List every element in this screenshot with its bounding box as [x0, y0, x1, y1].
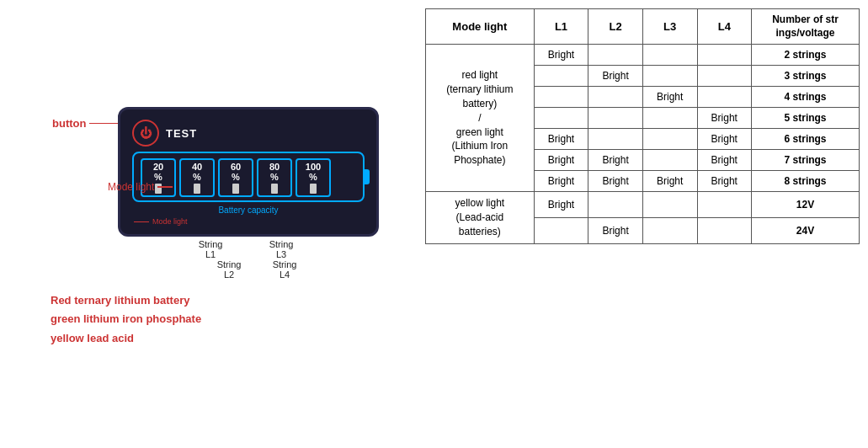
- mode-cell: red light(ternary lithiumbattery)/green …: [426, 45, 535, 192]
- button-text: button: [52, 117, 86, 130]
- cell-l1: [534, 66, 588, 87]
- cell-l3: [642, 45, 697, 66]
- cell-l3: Bright: [642, 171, 697, 192]
- mode-cell: yellow light(Lead-acidbatteries): [426, 192, 535, 243]
- desc-line3: yellow lead acid: [51, 331, 370, 346]
- cell-l2: [588, 108, 643, 129]
- battery-capacity-label: Battery capacity: [132, 205, 365, 215]
- cell-l4: Bright: [697, 171, 752, 192]
- cell-l1: Bright: [534, 150, 588, 171]
- cell-l3: [642, 217, 697, 243]
- cell-60-indicator: [223, 184, 248, 194]
- mode-light-inside-label: Mode light: [132, 217, 365, 226]
- cell-l1: [534, 87, 588, 108]
- header-l2: L2: [588, 9, 643, 45]
- cell-l4: [697, 217, 752, 243]
- strings-cell: 6 strings: [752, 129, 860, 150]
- table-row: red light(ternary lithiumbattery)/green …: [426, 45, 860, 66]
- header-strings-label: Number of strings/voltage: [772, 13, 839, 39]
- strings-cell: 7 strings: [752, 150, 860, 171]
- cell-l1: Bright: [534, 129, 588, 150]
- cell-l1: Bright: [534, 45, 588, 66]
- cell-l3: [642, 108, 697, 129]
- diagram-wrapper: button ⏻ TEST 20% 40%: [51, 99, 370, 349]
- strings-cell: 3 strings: [752, 66, 860, 87]
- string-l3-label: String L3: [263, 239, 300, 259]
- battery-cell-100: 100%: [296, 158, 331, 197]
- cell-l3: [642, 150, 697, 171]
- header-mode: Mode light: [426, 9, 535, 45]
- header-l3: L3: [642, 9, 697, 45]
- cell-l1: [534, 108, 588, 129]
- header-l4: L4: [697, 9, 752, 45]
- desc-line1: Red ternary lithium battery: [51, 293, 370, 308]
- cell-l1: [534, 217, 588, 243]
- strings-cell: 24V: [752, 217, 860, 243]
- string-labels-row1: String L1 String L3: [192, 239, 370, 259]
- table-header-row: Mode light L1 L2 L3 L4 Number of strings…: [426, 9, 860, 45]
- mode-light-arrow: Mode light: [108, 181, 173, 193]
- cell-80-indicator: [262, 184, 287, 194]
- cell-l4: Bright: [697, 150, 752, 171]
- cell-l3: [642, 66, 697, 87]
- cell-l1: Bright: [534, 171, 588, 192]
- table-body: red light(ternary lithiumbattery)/green …: [426, 45, 860, 243]
- cell-l3: [642, 129, 697, 150]
- string-l2-label: String L2: [210, 259, 248, 280]
- cell-l1: Bright: [534, 192, 588, 218]
- cell-l2: [588, 45, 643, 66]
- cell-l2: Bright: [588, 217, 643, 243]
- right-panel: Mode light L1 L2 L3 L4 Number of strings…: [421, 0, 868, 448]
- strings-cell: 2 strings: [752, 45, 860, 66]
- cell-100-indicator: [301, 184, 326, 194]
- header-l4-label: L4: [718, 20, 731, 33]
- string-l1-label: String L1: [192, 239, 229, 259]
- device-box: ⏻ TEST 20% 40%: [118, 107, 379, 237]
- desc-line2: green lithium iron phosphate: [51, 312, 370, 327]
- strings-cell: 12V: [752, 192, 860, 218]
- diagram-area: button ⏻ TEST 20% 40%: [118, 107, 370, 280]
- cell-l4: Bright: [697, 129, 752, 150]
- battery-section: 20% 40% 60%: [132, 152, 365, 202]
- cell-l4: Bright: [697, 108, 752, 129]
- cell-l2: [588, 192, 643, 218]
- left-panel: button ⏻ TEST 20% 40%: [0, 0, 421, 448]
- device-top-row: ⏻ TEST: [132, 120, 365, 147]
- cell-l3: Bright: [642, 87, 697, 108]
- strings-cell: 4 strings: [752, 87, 860, 108]
- header-strings: Number of strings/voltage: [752, 9, 860, 45]
- battery-cell-40: 40%: [179, 158, 215, 197]
- cell-l4: [697, 66, 752, 87]
- test-label: TEST: [166, 127, 197, 140]
- battery-description: Red ternary lithium battery green lithiu…: [51, 293, 370, 346]
- string-labels-row2: String L2 String L4: [210, 259, 370, 280]
- header-l1-label: L1: [555, 20, 567, 33]
- header-l1: L1: [534, 9, 588, 45]
- header-mode-label: Mode light: [452, 20, 507, 33]
- cell-l3: [642, 192, 697, 218]
- strings-cell: 5 strings: [752, 108, 860, 129]
- cell-l2: Bright: [588, 171, 643, 192]
- info-table: Mode light L1 L2 L3 L4 Number of strings…: [425, 8, 860, 244]
- cell-40-percent: 40%: [184, 162, 210, 182]
- power-button[interactable]: ⏻: [132, 120, 159, 147]
- battery-cap: [365, 169, 370, 184]
- cell-l2: Bright: [588, 66, 643, 87]
- battery-cell-80: 80%: [257, 158, 292, 197]
- header-l2-label: L2: [610, 20, 622, 33]
- cell-l2: [588, 129, 643, 150]
- cell-40-indicator: [184, 184, 210, 194]
- battery-cell-60: 60%: [218, 158, 253, 197]
- cell-20-percent: 20%: [146, 162, 171, 182]
- cell-l2: Bright: [588, 150, 643, 171]
- strings-cell: 8 strings: [752, 171, 860, 192]
- mode-light-external-label: Mode light: [108, 181, 154, 193]
- cell-80-percent: 80%: [262, 162, 287, 182]
- string-l4-label: String L4: [266, 259, 303, 280]
- mode-light-device-label: Mode light: [152, 217, 188, 226]
- header-l3-label: L3: [663, 20, 676, 33]
- cell-l4: [697, 192, 752, 218]
- cell-l4: [697, 45, 752, 66]
- cell-60-percent: 60%: [223, 162, 248, 182]
- cell-100-percent: 100%: [301, 162, 326, 182]
